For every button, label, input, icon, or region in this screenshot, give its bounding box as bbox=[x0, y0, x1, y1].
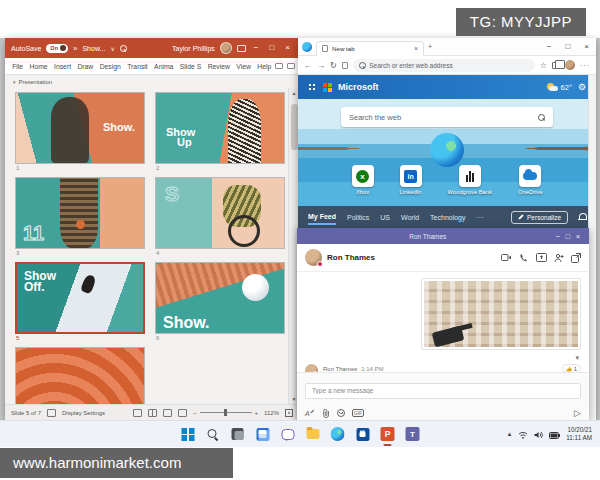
zoom-slider[interactable]: − + bbox=[193, 410, 258, 416]
maximize-button[interactable]: □ bbox=[563, 233, 573, 240]
close-button[interactable]: × bbox=[581, 43, 592, 51]
presentation-section-header[interactable]: ▾ Presentation bbox=[5, 75, 299, 88]
feed-nav-item[interactable]: My Feed bbox=[308, 209, 336, 225]
taskbar-clock[interactable]: 10/20/21 11:11 AM bbox=[566, 426, 592, 442]
title-dropdown-chevron-icon[interactable]: ∨ bbox=[110, 45, 114, 52]
wifi-icon[interactable] bbox=[518, 425, 528, 443]
fit-slide-icon[interactable] bbox=[285, 409, 293, 417]
search-icon[interactable] bbox=[204, 425, 222, 443]
attach-icon[interactable] bbox=[322, 404, 330, 422]
normal-view-icon[interactable] bbox=[133, 409, 142, 417]
screen-share-icon[interactable] bbox=[536, 253, 547, 262]
back-icon[interactable]: ← bbox=[304, 61, 312, 70]
user-avatar[interactable] bbox=[220, 42, 232, 54]
add-people-icon[interactable] bbox=[554, 253, 564, 263]
zoom-thumb[interactable] bbox=[224, 409, 227, 416]
ribbon-tab[interactable]: View bbox=[233, 63, 254, 70]
ribbon-tab[interactable]: Anima bbox=[151, 63, 177, 70]
ribbon-tab[interactable]: Help bbox=[254, 63, 274, 70]
scroll-up-icon[interactable]: ▲ bbox=[292, 88, 297, 98]
microsoft-brand-label[interactable]: Microsoft bbox=[338, 82, 379, 92]
popout-icon[interactable] bbox=[571, 253, 581, 263]
battery-icon[interactable] bbox=[549, 425, 560, 443]
feed-nav-item[interactable]: Technology bbox=[430, 210, 465, 224]
taskview-icon[interactable] bbox=[229, 425, 247, 443]
feed-nav-item[interactable]: US bbox=[380, 210, 390, 224]
xbox-tile[interactable]: x Xbox bbox=[352, 165, 374, 195]
search-icon[interactable] bbox=[120, 45, 127, 52]
explorer-icon[interactable] bbox=[304, 425, 322, 443]
slide-thumbnail[interactable]: 7 bbox=[15, 347, 145, 404]
page-scrollbar[interactable] bbox=[588, 75, 596, 420]
web-search-input[interactable] bbox=[349, 113, 532, 122]
slide-sorter-view-icon[interactable] bbox=[148, 409, 157, 417]
slideshow-view-icon[interactable] bbox=[178, 409, 187, 417]
format-icon[interactable]: A bbox=[305, 408, 315, 417]
message-input[interactable] bbox=[305, 383, 581, 399]
display-settings-label[interactable]: Display Settings bbox=[62, 410, 105, 416]
web-search-box[interactable] bbox=[341, 107, 553, 127]
sent-image-attachment[interactable] bbox=[421, 278, 581, 350]
notifications-bell-icon[interactable] bbox=[578, 213, 586, 221]
favorites-icon[interactable]: ☆ bbox=[540, 61, 547, 70]
maximize-button[interactable]: □ bbox=[562, 43, 573, 51]
powerpoint-icon[interactable]: P bbox=[379, 425, 397, 443]
contact-avatar[interactable] bbox=[305, 249, 322, 266]
slide-thumbnail[interactable]: 11 3 bbox=[15, 177, 145, 259]
slide-thumbnail[interactable]: Show. 1 bbox=[15, 92, 145, 174]
reading-view-icon[interactable] bbox=[163, 409, 172, 417]
tab-close-icon[interactable]: × bbox=[414, 45, 418, 52]
teams-icon[interactable]: T bbox=[404, 425, 422, 443]
minimize-button[interactable]: − bbox=[544, 43, 555, 51]
quick-access-overflow-chevron[interactable]: » bbox=[73, 44, 77, 53]
slide-thumbnail[interactable]: Show Off. 5 bbox=[15, 262, 145, 344]
zoom-level[interactable]: 112% bbox=[264, 410, 279, 416]
reaction-badge[interactable]: 1 bbox=[562, 364, 581, 372]
close-button[interactable]: × bbox=[573, 233, 583, 240]
browser-tab[interactable]: New tab × bbox=[316, 41, 424, 56]
emoji-icon[interactable] bbox=[337, 409, 345, 417]
start-icon[interactable] bbox=[179, 425, 197, 443]
ribbon-tab[interactable]: Home bbox=[26, 63, 51, 70]
site-icon[interactable] bbox=[342, 62, 348, 69]
feed-nav-item[interactable]: ··· bbox=[477, 210, 484, 224]
display-settings-icon[interactable] bbox=[47, 409, 56, 417]
gif-icon[interactable]: GIF bbox=[352, 409, 364, 417]
slide-thumbnail[interactable]: Show. 6 bbox=[155, 262, 285, 344]
personalize-button[interactable]: Personalize bbox=[511, 211, 568, 224]
ribbon-tab[interactable]: Insert bbox=[51, 63, 74, 70]
zoom-track[interactable] bbox=[200, 412, 252, 413]
scrollbar-thumb[interactable] bbox=[291, 104, 298, 150]
image-expand-icon[interactable]: ▾ bbox=[575, 354, 579, 362]
linkedin-tile[interactable]: in LinkedIn bbox=[400, 165, 422, 195]
ribbon-tab[interactable]: Review bbox=[204, 63, 233, 70]
audio-call-icon[interactable] bbox=[519, 253, 529, 263]
microsoft-logo[interactable] bbox=[323, 83, 332, 92]
share-icon[interactable] bbox=[275, 63, 283, 69]
video-call-icon[interactable] bbox=[501, 253, 512, 262]
zoom-in-icon[interactable]: + bbox=[255, 410, 259, 416]
ribbon-display-options-icon[interactable] bbox=[237, 45, 246, 52]
zoom-out-icon[interactable]: − bbox=[193, 410, 197, 416]
tray-overflow-chevron-icon[interactable]: ▲ bbox=[506, 431, 512, 437]
refresh-icon[interactable]: ↻ bbox=[330, 61, 337, 70]
minimize-button[interactable]: − bbox=[251, 44, 262, 52]
slide-thumbnail[interactable]: S 4 bbox=[155, 177, 285, 259]
address-input[interactable] bbox=[369, 62, 529, 69]
gear-icon[interactable]: ⚙ bbox=[578, 82, 586, 92]
scroll-down-icon[interactable]: ▼ bbox=[292, 394, 297, 404]
minimize-button[interactable]: − bbox=[553, 233, 563, 240]
new-tab-button[interactable]: + bbox=[428, 43, 432, 50]
chat-icon[interactable] bbox=[279, 425, 297, 443]
ribbon-tab[interactable]: Draw bbox=[74, 63, 96, 70]
edge-icon[interactable] bbox=[329, 425, 347, 443]
feed-nav-item[interactable]: World bbox=[401, 210, 419, 224]
close-button[interactable]: × bbox=[282, 44, 293, 52]
ribbon-tab[interactable]: Slide S bbox=[177, 63, 205, 70]
collections-icon[interactable] bbox=[552, 62, 560, 69]
widgets-icon[interactable] bbox=[254, 425, 272, 443]
send-icon[interactable]: ▷ bbox=[574, 408, 581, 418]
forward-icon[interactable]: → bbox=[317, 61, 325, 70]
ribbon-tab[interactable]: File bbox=[9, 63, 26, 70]
sender-avatar[interactable] bbox=[305, 364, 318, 372]
